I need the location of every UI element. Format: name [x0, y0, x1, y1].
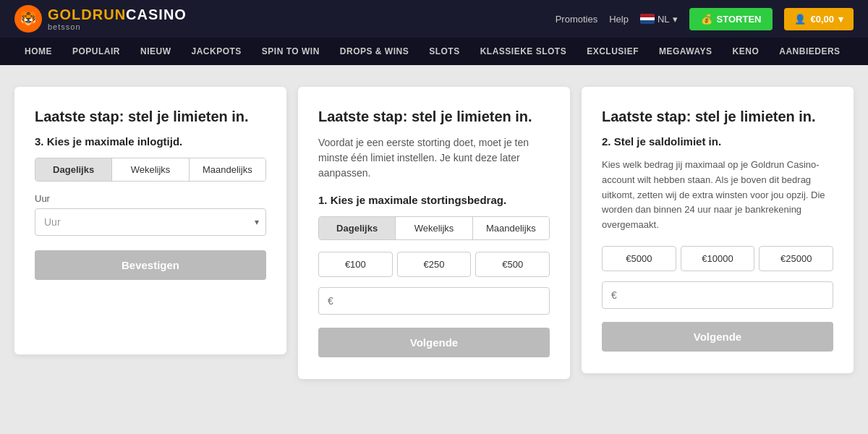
card1-uur-label: Uur — [35, 193, 266, 204]
nav-item-drops-wins[interactable]: DROPS & WINS — [330, 38, 419, 65]
card3-title: Laatste stap: stel je limieten in. — [602, 109, 833, 125]
card2-amount-100[interactable]: €100 — [318, 252, 393, 277]
nav-item-keno[interactable]: KENO — [723, 38, 770, 65]
logo-brand: GOLDRUNCASINO — [48, 7, 187, 22]
card2-toggle-weekly[interactable]: Wekelijks — [396, 217, 472, 239]
card3-info-text: Kies welk bedrag jij maximaal op je Gold… — [602, 158, 833, 233]
nav-bar: HOME POPULAIR NIEUW JACKPOTS SPIN TO WIN… — [0, 38, 868, 65]
wallet-icon: 👤 — [794, 14, 806, 25]
storten-button[interactable]: 💰 STORTEN — [689, 8, 773, 30]
nav-item-exclusief[interactable]: EXCLUSIEF — [576, 38, 649, 65]
flag-icon — [640, 14, 655, 24]
nav-item-nieuw[interactable]: NIEUW — [130, 38, 182, 65]
nav-item-home[interactable]: HOME — [14, 38, 62, 65]
storten-icon: 💰 — [701, 14, 712, 25]
card2-amount-input[interactable] — [318, 287, 550, 315]
card1-toggle-monthly[interactable]: Maandelijks — [190, 158, 265, 181]
lang-selector[interactable]: NL ▾ — [640, 14, 678, 25]
top-bar-right: Promoties Help NL ▾ 💰 STORTEN 👤 €0,00 ▾ — [556, 8, 854, 30]
card3-amount-25000[interactable]: €25000 — [759, 246, 833, 271]
card3-section-title: 2. Stel je saldolimiet in. — [602, 135, 833, 148]
card1-uur-select-wrapper: Uur ▾ — [35, 208, 266, 236]
wallet-button[interactable]: 👤 €0,00 ▾ — [784, 8, 854, 30]
card3-amount-10000[interactable]: €10000 — [681, 246, 755, 271]
card2-amount-500[interactable]: €500 — [475, 252, 550, 277]
lang-label: NL — [658, 14, 670, 25]
card3-next-button[interactable]: Volgende — [602, 322, 833, 352]
card1-section-title: 3. Kies je maximale inlogtijd. — [35, 135, 266, 148]
main-content: Laatste stap: stel je limieten in. 3. Ki… — [0, 65, 868, 434]
nav-item-jackpots[interactable]: JACKPOTS — [182, 38, 252, 65]
card2-amount-group: €100 €250 €500 — [318, 252, 550, 277]
card3-amount-input[interactable] — [602, 281, 833, 309]
storten-label: STORTEN — [717, 14, 762, 25]
logo-text: GOLDRUNCASINO betsson — [48, 7, 187, 31]
card2-toggle-monthly[interactable]: Maandelijks — [473, 217, 549, 239]
card-login-time: Laatste stap: stel je limieten in. 3. Ki… — [14, 87, 286, 354]
nav-item-aanbieders[interactable]: AANBIEDERS — [769, 38, 850, 65]
top-bar: 🐯 GOLDRUNCASINO betsson Promoties Help N… — [0, 0, 868, 38]
lang-chevron-icon: ▾ — [673, 14, 678, 25]
nav-item-spin-to-win[interactable]: SPIN TO WIN — [252, 38, 330, 65]
card-balance-limit: Laatste stap: stel je limieten in. 2. St… — [582, 87, 854, 373]
card1-uur-select[interactable]: Uur — [35, 208, 266, 236]
nav-item-megaways[interactable]: MEGAWAYS — [649, 38, 723, 65]
nav-item-klassieke-slots[interactable]: KLASSIEKE SLOTS — [470, 38, 577, 65]
card3-amount-5000[interactable]: €5000 — [602, 246, 676, 271]
card1-title: Laatste stap: stel je limieten in. — [35, 109, 266, 125]
card1-toggle-group: Dagelijks Wekelijks Maandelijks — [35, 158, 266, 182]
nav-item-slots[interactable]: SLOTS — [419, 38, 470, 65]
card2-section-title: 1. Kies je maximale stortingsbedrag. — [318, 194, 550, 206]
card-deposit-limit: Laatste stap: stel je limieten in. Voord… — [298, 87, 570, 379]
nav-item-populair[interactable]: POPULAIR — [62, 38, 130, 65]
promoties-link[interactable]: Promoties — [556, 14, 598, 25]
wallet-amount: €0,00 — [810, 14, 834, 25]
logo-icon: 🐯 — [14, 5, 42, 33]
card2-toggle-daily[interactable]: Dagelijks — [319, 217, 396, 239]
card2-next-button[interactable]: Volgende — [318, 328, 550, 357]
wallet-chevron-icon: ▾ — [838, 14, 843, 25]
card2-subtitle: Voordat je een eerste storting doet, moe… — [318, 135, 550, 181]
help-link[interactable]: Help — [609, 14, 629, 25]
card2-amount-250[interactable]: €250 — [397, 252, 472, 277]
card2-title: Laatste stap: stel je limieten in. — [318, 109, 550, 125]
card3-amount-group: €5000 €10000 €25000 — [602, 246, 833, 271]
card1-toggle-weekly[interactable]: Wekelijks — [112, 158, 189, 181]
card1-toggle-daily[interactable]: Dagelijks — [35, 158, 112, 181]
logo-area: 🐯 GOLDRUNCASINO betsson — [14, 5, 187, 33]
logo-sub: betsson — [48, 22, 187, 31]
card2-toggle-group: Dagelijks Wekelijks Maandelijks — [318, 216, 550, 240]
card1-confirm-button[interactable]: Bevestigen — [35, 250, 266, 280]
